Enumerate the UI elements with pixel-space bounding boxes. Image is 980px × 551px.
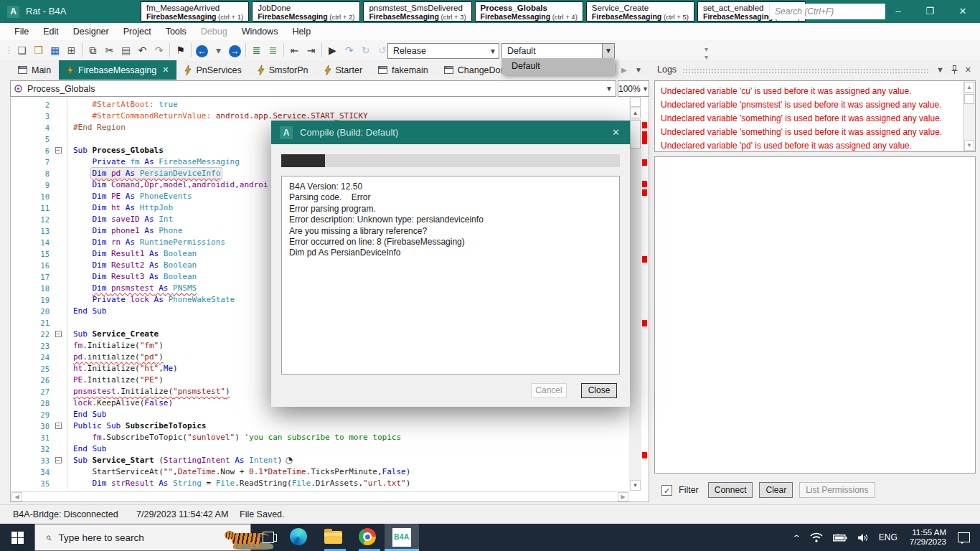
connect-button[interactable]: Connect — [708, 482, 753, 498]
close-icon[interactable]: ✕ — [965, 65, 971, 75]
redo-icon[interactable]: ↷ — [151, 42, 167, 58]
open-project-icon[interactable]: ❒ — [30, 42, 47, 58]
duplicate-icon[interactable]: ⧉ — [85, 42, 101, 58]
logs-scrollbar[interactable]: ▲ ▼ — [963, 81, 975, 151]
menu-item-edit[interactable]: Edit — [36, 23, 66, 40]
menu-item-project[interactable]: Project — [116, 23, 159, 40]
release-mode-combo[interactable]: Release ▼ — [387, 43, 499, 59]
scroll-left-icon[interactable]: ◀ — [11, 492, 22, 501]
scroll-right-icon[interactable]: ▶ — [618, 492, 628, 501]
minimize-button[interactable]: – — [882, 0, 914, 23]
step-into-icon[interactable]: ↻ — [357, 42, 374, 58]
logs-error-list[interactable]: Undeclared variable 'cu' is used before … — [654, 80, 976, 152]
logs-header[interactable]: Logs ▼ ✕ — [654, 60, 976, 79]
indent-icon[interactable]: ⇥ — [303, 42, 319, 58]
clock[interactable]: 11:55 AM 7/29/2023 — [910, 528, 946, 547]
bookmark-tab[interactable]: Process_GlobalsFirebaseMessaging (ctrl +… — [475, 1, 583, 22]
sub-navigator-combo[interactable]: Process_Globals ▼ — [10, 80, 616, 97]
modules-icon[interactable]: ⊞ — [63, 42, 80, 58]
chevron-down-icon[interactable]: ▼ — [602, 44, 614, 58]
bookmark-tab[interactable]: fm_MessageArrivedFirebaseMessaging (ctrl… — [141, 1, 249, 22]
bookmark-icon[interactable]: ⚑ — [172, 42, 189, 58]
module-tab-smsforpn[interactable]: SmsforPn — [250, 60, 316, 80]
build-configuration-combo[interactable]: Default ▼ — [501, 43, 615, 59]
menu-item-designer[interactable]: Designer — [66, 23, 116, 40]
module-tab-main[interactable]: Main — [10, 60, 59, 80]
editor-horizontal-scrollbar[interactable]: ◀ ▶ — [11, 491, 629, 501]
list-permissions-button[interactable]: List Permissions — [799, 482, 875, 498]
code-line: 33−Sub Service_Start (StartingIntent As … — [11, 455, 629, 466]
search-input[interactable] — [770, 6, 887, 17]
menu-item-tools[interactable]: Tools — [159, 23, 194, 40]
filter-checkbox[interactable]: ✓ — [661, 485, 672, 496]
scroll-up-icon[interactable]: ▲ — [964, 82, 974, 93]
module-tab-pnservices[interactable]: PnServices — [176, 60, 249, 80]
pin-icon[interactable] — [951, 65, 958, 75]
taskbar-search[interactable]: ⌕ Type here to search — [34, 524, 251, 551]
toolbar-overflow-button[interactable]: ▾▾ — [705, 45, 708, 61]
battery-icon[interactable] — [833, 533, 847, 542]
tab-scroll-right-icon[interactable]: ▶ — [621, 66, 627, 74]
module-tab-starter[interactable]: Starter — [316, 60, 371, 80]
cancel-button[interactable]: Cancel — [531, 383, 567, 398]
logs-detail-box[interactable] — [654, 156, 976, 474]
dialog-close-icon[interactable]: ✕ — [612, 127, 630, 138]
fold-toggle-icon[interactable]: − — [50, 329, 67, 340]
b4a-taskbar-button[interactable]: B4A — [385, 524, 419, 551]
bookmark-tab-shortcut: (ctrl + 4) — [550, 13, 578, 21]
navigate-forward-icon[interactable]: → — [227, 42, 243, 58]
hidden-icons-chevron[interactable]: ⌃ — [792, 534, 801, 542]
bookmark-tab[interactable]: pnsmstest_SmsDeliveredFirebaseMessaging … — [363, 1, 471, 22]
close-button[interactable]: ✕ — [947, 0, 979, 23]
module-tab-firebasemessaging[interactable]: FirebaseMessaging✕ — [59, 60, 176, 80]
navigate-back-icon[interactable]: ← — [194, 42, 210, 58]
menu-item-windows[interactable]: Windows — [235, 23, 286, 40]
bookmark-tab[interactable]: Service_CreateFirebaseMessaging (ctrl + … — [586, 1, 694, 22]
chevron-down-icon[interactable]: ▼ — [936, 65, 944, 75]
language-indicator[interactable]: ENG — [879, 532, 897, 542]
service-icon — [324, 65, 331, 75]
edge-icon[interactable] — [290, 528, 308, 547]
action-center-icon[interactable] — [958, 532, 970, 542]
dropdown-item[interactable]: Default — [502, 59, 614, 74]
back-history-icon[interactable]: ▾ — [210, 42, 227, 58]
scrollbar-thumb[interactable] — [964, 94, 974, 104]
save-icon[interactable]: ▦ — [47, 42, 63, 58]
close-button[interactable]: Close — [581, 383, 617, 398]
undo-icon[interactable]: ↶ — [134, 42, 151, 58]
outdent-icon[interactable]: ⇤ — [286, 42, 303, 58]
scrollbar-thumb[interactable] — [630, 120, 641, 149]
tab-list-icon[interactable]: ▼ — [635, 66, 642, 74]
splitter-handle[interactable] — [630, 98, 641, 107]
scroll-down-icon[interactable]: ▼ — [964, 140, 974, 151]
resume-icon[interactable]: ↷ — [341, 42, 357, 58]
close-tab-icon[interactable]: ✕ — [162, 65, 169, 75]
menu-item-help[interactable]: Help — [285, 23, 318, 40]
fold-toggle-icon[interactable]: − — [50, 145, 67, 156]
bookmark-tab-shortcut: (ctrl + 5) — [661, 13, 689, 21]
paste-icon[interactable]: ▤ — [118, 42, 134, 58]
task-view-button[interactable] — [260, 529, 277, 546]
menu-item-file[interactable]: File — [7, 23, 36, 40]
scroll-up-icon[interactable]: ▲ — [630, 108, 641, 118]
start-button[interactable] — [0, 524, 34, 551]
module-tab-fakemain[interactable]: fakemain — [370, 60, 436, 80]
file-explorer-icon[interactable] — [324, 528, 343, 547]
fold-toggle-icon[interactable]: − — [50, 420, 67, 432]
scroll-down-icon[interactable]: ▼ — [630, 480, 641, 491]
cut-icon[interactable]: ✂ — [101, 42, 118, 58]
chrome-icon[interactable] — [359, 528, 377, 547]
wifi-icon[interactable] — [810, 532, 823, 542]
menu-item-debug[interactable]: Debug — [194, 23, 235, 40]
restore-button[interactable]: ❐ — [914, 0, 946, 23]
uncomment-code-icon[interactable]: ≣ — [265, 42, 281, 58]
bookmark-tab[interactable]: JobDoneFirebaseMessaging (ctrl + 2) — [252, 1, 360, 22]
editor-zoom-combo[interactable]: 100% ▼ — [618, 80, 649, 97]
new-file-icon[interactable]: ❏ — [14, 42, 30, 58]
fold-toggle-icon[interactable]: − — [50, 455, 67, 466]
run-icon[interactable]: ▶ — [324, 42, 341, 58]
editor-vertical-scrollbar[interactable]: ▲ ▼ — [629, 98, 641, 491]
clear-button[interactable]: Clear — [759, 482, 793, 498]
volume-icon[interactable] — [857, 533, 869, 542]
comment-code-icon[interactable]: ≣ — [248, 42, 265, 58]
